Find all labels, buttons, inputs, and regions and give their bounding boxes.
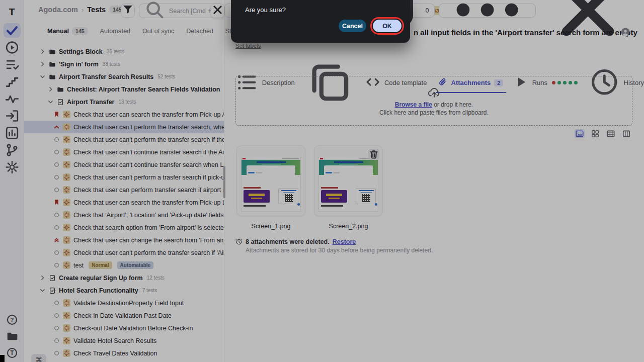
ok-highlight-annotation: OK [370,17,404,35]
app-root: T ?T Agoda.com › Tests 145 Search [Cmd +… [0,0,644,362]
confirm-dialog: Are you sure? Cancel OK [231,0,410,43]
dialog-message: Are you sure? [245,6,286,14]
ok-button[interactable]: OK [373,20,401,32]
cancel-button[interactable]: Cancel [339,20,366,32]
modal-scrim [0,0,644,362]
